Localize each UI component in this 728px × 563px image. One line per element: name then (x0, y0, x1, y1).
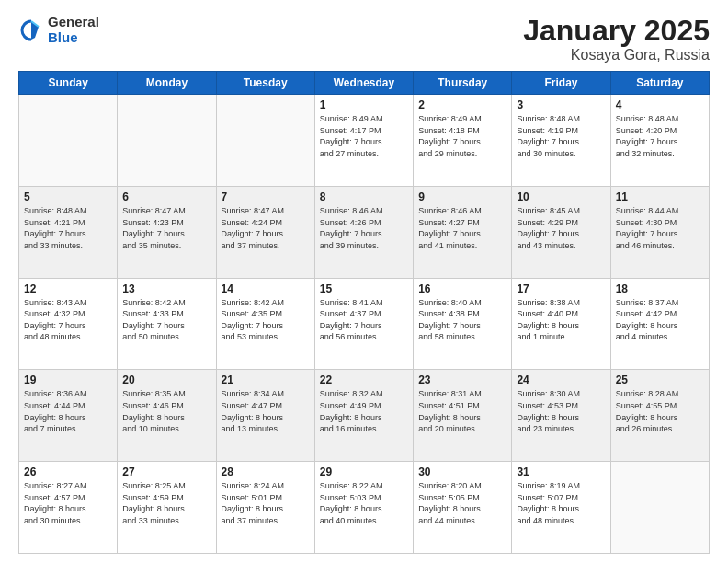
day-number: 24 (517, 373, 605, 386)
week-row-4: 19Sunrise: 8:36 AM Sunset: 4:44 PM Dayli… (19, 370, 710, 462)
calendar-cell: 23Sunrise: 8:31 AM Sunset: 4:51 PM Dayli… (414, 370, 512, 462)
day-number: 18 (616, 282, 704, 295)
day-number: 15 (320, 282, 408, 295)
month-title: January 2025 (523, 15, 710, 47)
calendar-cell: 18Sunrise: 8:37 AM Sunset: 4:42 PM Dayli… (610, 278, 709, 370)
logo-general: General (48, 15, 99, 30)
calendar-table: Sunday Monday Tuesday Wednesday Thursday… (18, 71, 710, 554)
day-number: 19 (24, 373, 112, 386)
day-number: 14 (222, 282, 310, 295)
day-info: Sunrise: 8:24 AM Sunset: 5:01 PM Dayligh… (222, 480, 310, 526)
logo: General Blue (18, 15, 99, 45)
week-row-5: 26Sunrise: 8:27 AM Sunset: 4:57 PM Dayli… (19, 462, 710, 554)
calendar-cell: 29Sunrise: 8:22 AM Sunset: 5:03 PM Dayli… (314, 462, 413, 554)
day-info: Sunrise: 8:46 AM Sunset: 4:26 PM Dayligh… (320, 205, 408, 251)
day-number: 28 (222, 465, 310, 478)
calendar-cell (118, 95, 216, 187)
calendar-cell: 11Sunrise: 8:44 AM Sunset: 4:30 PM Dayli… (610, 186, 709, 278)
calendar-cell: 3Sunrise: 8:48 AM Sunset: 4:19 PM Daylig… (512, 95, 610, 187)
calendar-cell: 6Sunrise: 8:47 AM Sunset: 4:23 PM Daylig… (118, 186, 216, 278)
day-info: Sunrise: 8:42 AM Sunset: 4:35 PM Dayligh… (222, 297, 310, 343)
day-number: 23 (418, 373, 506, 386)
calendar-cell: 1Sunrise: 8:49 AM Sunset: 4:17 PM Daylig… (314, 95, 413, 187)
day-number: 10 (517, 190, 605, 203)
day-info: Sunrise: 8:19 AM Sunset: 5:07 PM Dayligh… (517, 480, 605, 526)
day-info: Sunrise: 8:48 AM Sunset: 4:21 PM Dayligh… (24, 205, 112, 251)
calendar-cell: 22Sunrise: 8:32 AM Sunset: 4:49 PM Dayli… (314, 370, 413, 462)
logo-text: General Blue (48, 15, 99, 45)
calendar-cell: 24Sunrise: 8:30 AM Sunset: 4:53 PM Dayli… (512, 370, 610, 462)
day-info: Sunrise: 8:41 AM Sunset: 4:37 PM Dayligh… (320, 297, 408, 343)
calendar-cell: 7Sunrise: 8:47 AM Sunset: 4:24 PM Daylig… (216, 186, 314, 278)
calendar-cell: 25Sunrise: 8:28 AM Sunset: 4:55 PM Dayli… (610, 370, 709, 462)
day-number: 22 (320, 373, 408, 386)
day-number: 8 (320, 190, 408, 203)
day-info: Sunrise: 8:40 AM Sunset: 4:38 PM Dayligh… (418, 297, 506, 343)
calendar-cell: 28Sunrise: 8:24 AM Sunset: 5:01 PM Dayli… (216, 462, 314, 554)
day-info: Sunrise: 8:42 AM Sunset: 4:33 PM Dayligh… (122, 297, 210, 343)
day-info: Sunrise: 8:37 AM Sunset: 4:42 PM Dayligh… (616, 297, 704, 343)
calendar-cell: 19Sunrise: 8:36 AM Sunset: 4:44 PM Dayli… (19, 370, 118, 462)
day-info: Sunrise: 8:46 AM Sunset: 4:27 PM Dayligh… (418, 205, 506, 251)
calendar-cell (610, 462, 709, 554)
col-tuesday: Tuesday (216, 72, 314, 95)
calendar-cell: 17Sunrise: 8:38 AM Sunset: 4:40 PM Dayli… (512, 278, 610, 370)
day-number: 13 (122, 282, 210, 295)
day-number: 7 (222, 190, 310, 203)
calendar-cell (19, 95, 118, 187)
day-number: 29 (320, 465, 408, 478)
day-info: Sunrise: 8:34 AM Sunset: 4:47 PM Dayligh… (222, 388, 310, 434)
day-number: 16 (418, 282, 506, 295)
logo-icon (18, 17, 44, 43)
calendar-cell: 12Sunrise: 8:43 AM Sunset: 4:32 PM Dayli… (19, 278, 118, 370)
day-info: Sunrise: 8:38 AM Sunset: 4:40 PM Dayligh… (517, 297, 605, 343)
calendar-cell: 15Sunrise: 8:41 AM Sunset: 4:37 PM Dayli… (314, 278, 413, 370)
day-number: 20 (122, 373, 210, 386)
calendar-cell: 20Sunrise: 8:35 AM Sunset: 4:46 PM Dayli… (118, 370, 216, 462)
day-number: 26 (24, 465, 112, 478)
day-info: Sunrise: 8:48 AM Sunset: 4:20 PM Dayligh… (616, 113, 704, 159)
day-info: Sunrise: 8:43 AM Sunset: 4:32 PM Dayligh… (24, 297, 112, 343)
day-info: Sunrise: 8:28 AM Sunset: 4:55 PM Dayligh… (616, 388, 704, 434)
day-number: 2 (418, 98, 506, 111)
calendar-cell (216, 95, 314, 187)
calendar-cell: 10Sunrise: 8:45 AM Sunset: 4:29 PM Dayli… (512, 186, 610, 278)
day-number: 21 (222, 373, 310, 386)
day-number: 25 (616, 373, 704, 386)
title-block: January 2025 Kosaya Gora, Russia (523, 15, 710, 63)
day-info: Sunrise: 8:36 AM Sunset: 4:44 PM Dayligh… (24, 388, 112, 434)
calendar-header-row: Sunday Monday Tuesday Wednesday Thursday… (19, 72, 710, 95)
day-number: 6 (122, 190, 210, 203)
day-number: 9 (418, 190, 506, 203)
day-info: Sunrise: 8:35 AM Sunset: 4:46 PM Dayligh… (122, 388, 210, 434)
day-info: Sunrise: 8:47 AM Sunset: 4:23 PM Dayligh… (122, 205, 210, 251)
day-number: 12 (24, 282, 112, 295)
col-sunday: Sunday (19, 72, 118, 95)
calendar-cell: 4Sunrise: 8:48 AM Sunset: 4:20 PM Daylig… (610, 95, 709, 187)
page: General Blue January 2025 Kosaya Gora, R… (0, 0, 728, 563)
week-row-3: 12Sunrise: 8:43 AM Sunset: 4:32 PM Dayli… (19, 278, 710, 370)
week-row-2: 5Sunrise: 8:48 AM Sunset: 4:21 PM Daylig… (19, 186, 710, 278)
header: General Blue January 2025 Kosaya Gora, R… (18, 15, 710, 63)
day-number: 31 (517, 465, 605, 478)
calendar-cell: 13Sunrise: 8:42 AM Sunset: 4:33 PM Dayli… (118, 278, 216, 370)
day-info: Sunrise: 8:27 AM Sunset: 4:57 PM Dayligh… (24, 480, 112, 526)
day-info: Sunrise: 8:25 AM Sunset: 4:59 PM Dayligh… (122, 480, 210, 526)
day-info: Sunrise: 8:45 AM Sunset: 4:29 PM Dayligh… (517, 205, 605, 251)
day-info: Sunrise: 8:31 AM Sunset: 4:51 PM Dayligh… (418, 388, 506, 434)
calendar-cell: 27Sunrise: 8:25 AM Sunset: 4:59 PM Dayli… (118, 462, 216, 554)
day-info: Sunrise: 8:20 AM Sunset: 5:05 PM Dayligh… (418, 480, 506, 526)
calendar-cell: 21Sunrise: 8:34 AM Sunset: 4:47 PM Dayli… (216, 370, 314, 462)
day-number: 30 (418, 465, 506, 478)
col-friday: Friday (512, 72, 610, 95)
day-number: 5 (24, 190, 112, 203)
col-monday: Monday (118, 72, 216, 95)
day-number: 1 (320, 98, 408, 111)
calendar-cell: 14Sunrise: 8:42 AM Sunset: 4:35 PM Dayli… (216, 278, 314, 370)
day-info: Sunrise: 8:30 AM Sunset: 4:53 PM Dayligh… (517, 388, 605, 434)
calendar-cell: 26Sunrise: 8:27 AM Sunset: 4:57 PM Dayli… (19, 462, 118, 554)
day-number: 27 (122, 465, 210, 478)
day-info: Sunrise: 8:48 AM Sunset: 4:19 PM Dayligh… (517, 113, 605, 159)
calendar-cell: 2Sunrise: 8:49 AM Sunset: 4:18 PM Daylig… (414, 95, 512, 187)
day-info: Sunrise: 8:22 AM Sunset: 5:03 PM Dayligh… (320, 480, 408, 526)
